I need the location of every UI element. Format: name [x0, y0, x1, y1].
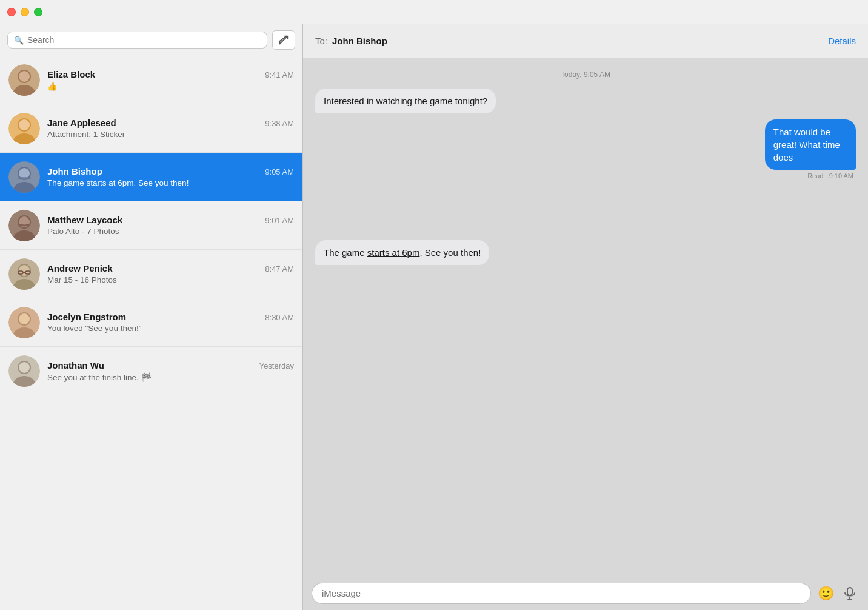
message-text-3a: The game — [324, 247, 367, 258]
conv-time-jonathan: Yesterday — [259, 361, 294, 370]
chat-to-line: To: John Bishop — [315, 36, 387, 46]
avatar-andrew — [8, 258, 40, 290]
conversation-list: Eliza Block 9:41 AM 👍 — [0, 56, 302, 610]
conv-time-matthew: 9:01 AM — [265, 216, 294, 225]
conversation-item-andrew[interactable]: Andrew Penick 8:47 AM Mar 15 - 16 Photos — [0, 250, 302, 298]
avatar-jane — [8, 113, 40, 144]
conv-time-jane: 9:38 AM — [265, 119, 294, 128]
conversation-item-jocelyn[interactable]: Jocelyn Engstrom 8:30 AM You loved "See … — [0, 298, 302, 347]
message-status-2: Read 9:10 AM — [807, 172, 853, 179]
conv-name-eliza: Eliza Block — [47, 69, 95, 79]
minimize-button[interactable] — [21, 8, 29, 16]
conv-content-matthew: Matthew Laycock 9:01 AM Palo Alto - 7 Ph… — [47, 215, 294, 236]
conv-name-jane: Jane Appleseed — [47, 118, 116, 128]
chat-to-label: To: — [315, 36, 327, 46]
conv-content-john: John Bishop 9:05 AM The game starts at 6… — [47, 166, 294, 187]
conv-content-jocelyn: Jocelyn Engstrom 8:30 AM You loved "See … — [47, 312, 294, 333]
chat-panel: To: John Bishop Details Today, 9:05 AM I… — [303, 24, 868, 610]
message-row-3: The game starts at 6pm. See you then! — [315, 240, 856, 265]
message-bubble-1: Interested in watching the game tonight? — [315, 89, 496, 113]
search-area: 🔍 — [0, 24, 302, 56]
message-bubble-3: The game starts at 6pm. See you then! — [315, 240, 489, 265]
svg-point-8 — [19, 119, 30, 130]
conv-header-jane: Jane Appleseed 9:38 AM — [47, 118, 294, 128]
conversation-item-matthew[interactable]: Matthew Laycock 9:01 AM Palo Alto - 7 Ph… — [0, 201, 302, 250]
conv-content-jane: Jane Appleseed 9:38 AM Attachment: 1 Sti… — [47, 118, 294, 139]
chat-recipient-name: John Bishop — [332, 36, 387, 46]
conv-preview-eliza: 👍 — [47, 81, 294, 91]
conv-name-matthew: Matthew Laycock — [47, 215, 122, 225]
conv-content-andrew: Andrew Penick 8:47 AM Mar 15 - 16 Photos — [47, 263, 294, 284]
conv-preview-andrew: Mar 15 - 16 Photos — [47, 275, 294, 284]
svg-rect-33 — [847, 588, 852, 595]
search-input[interactable] — [27, 35, 261, 45]
conv-preview-john: The game starts at 6pm. See you then! — [47, 178, 294, 187]
message-text-2: That would be great! What time does — [773, 127, 840, 163]
compose-button[interactable] — [272, 30, 295, 50]
conv-header-jonathan: Jonathan Wu Yesterday — [47, 360, 294, 370]
conversation-item-jane[interactable]: Jane Appleseed 9:38 AM Attachment: 1 Sti… — [0, 104, 302, 153]
conv-time-eliza: 9:41 AM — [265, 70, 294, 79]
svg-point-4 — [19, 71, 30, 82]
conv-name-andrew: Andrew Penick — [47, 263, 113, 273]
search-icon: 🔍 — [14, 36, 24, 45]
conv-name-jocelyn: Jocelyn Engstrom — [47, 312, 126, 322]
details-button[interactable]: Details — [828, 36, 856, 46]
conv-time-jocelyn: 8:30 AM — [265, 313, 294, 322]
conv-content-eliza: Eliza Block 9:41 AM 👍 — [47, 69, 294, 91]
message-row-2: That would be great! What time does ♥ 👍 … — [315, 119, 856, 179]
search-box: 🔍 — [7, 32, 267, 49]
main-container: 🔍 — [0, 24, 868, 610]
conv-header-eliza: Eliza Block 9:41 AM — [47, 69, 294, 79]
message-row-1: Interested in watching the game tonight? — [315, 89, 856, 113]
conv-preview-matthew: Palo Alto - 7 Photos — [47, 227, 294, 236]
message-text-3c: . See you then! — [419, 247, 481, 258]
conv-header-matthew: Matthew Laycock 9:01 AM — [47, 215, 294, 225]
emoji-button[interactable]: 🙂 — [816, 584, 835, 603]
message-bubble-2: That would be great! What time does — [765, 119, 856, 170]
input-area: 🙂 — [303, 577, 868, 610]
close-button[interactable] — [7, 8, 16, 16]
conversation-item-jonathan[interactable]: Jonathan Wu Yesterday See you at the fin… — [0, 347, 302, 395]
microphone-button[interactable] — [840, 584, 860, 603]
conv-time-john: 9:05 AM — [265, 167, 294, 176]
conversation-item-eliza[interactable]: Eliza Block 9:41 AM 👍 — [0, 56, 302, 104]
conversation-item-john[interactable]: John Bishop 9:05 AM The game starts at 6… — [0, 153, 302, 201]
traffic-lights — [7, 8, 42, 16]
svg-point-32 — [19, 362, 30, 373]
sidebar: 🔍 — [0, 24, 303, 610]
date-divider: Today, 9:05 AM — [315, 70, 856, 79]
conv-header-jocelyn: Jocelyn Engstrom 8:30 AM — [47, 312, 294, 322]
avatar-john — [8, 161, 40, 193]
avatar-jocelyn — [8, 307, 40, 338]
message-text-3b: starts at 6pm — [367, 247, 420, 258]
conv-content-jonathan: Jonathan Wu Yesterday See you at the fin… — [47, 360, 294, 382]
conv-header-andrew: Andrew Penick 8:47 AM — [47, 263, 294, 273]
conv-preview-jane: Attachment: 1 Sticker — [47, 130, 294, 139]
conv-header-john: John Bishop 9:05 AM — [47, 166, 294, 176]
avatar-jonathan — [8, 355, 40, 387]
svg-rect-13 — [18, 177, 31, 179]
conv-preview-jocelyn: You loved "See you then!" — [47, 324, 294, 333]
messages-area: Today, 9:05 AM Interested in watching th… — [303, 58, 868, 577]
message-text-1: Interested in watching the game tonight? — [324, 96, 487, 106]
title-bar — [0, 0, 868, 24]
conv-name-john: John Bishop — [47, 166, 102, 176]
conv-preview-jonathan: See you at the finish line. 🏁 — [47, 372, 294, 382]
chat-header: To: John Bishop Details — [303, 24, 868, 58]
svg-point-28 — [19, 313, 30, 324]
conv-name-jonathan: Jonathan Wu — [47, 360, 104, 370]
avatar-matthew — [8, 210, 40, 241]
maximize-button[interactable] — [34, 8, 42, 16]
message-input[interactable] — [312, 583, 811, 604]
avatar-eliza — [8, 64, 40, 96]
conv-time-andrew: 8:47 AM — [265, 264, 294, 273]
